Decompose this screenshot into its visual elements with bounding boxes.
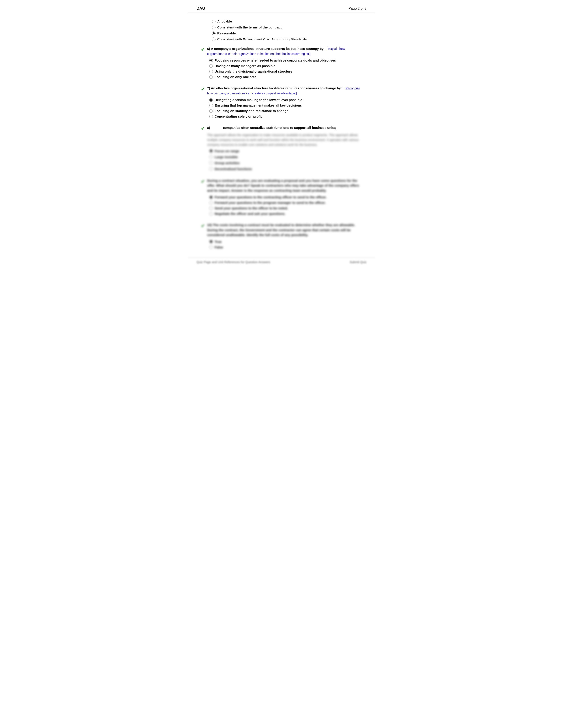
option-label-allocable: Allocable	[217, 19, 232, 23]
correct-check-icon: ✔	[201, 47, 205, 53]
radio-q6-d[interactable]	[209, 75, 213, 79]
list-item[interactable]: Delegating decision making to the lowest…	[209, 98, 362, 102]
list-item[interactable]: Consistent with the terms of the contrac…	[212, 25, 362, 29]
option-label-q7-d: Concentrating solely on profit	[214, 114, 261, 118]
option-label-q6-b: Having as many managers as possible	[214, 64, 275, 68]
list-item: Send your questions to the officer to be…	[209, 206, 362, 210]
question-9-text: During a contract situation, you are eva…	[207, 178, 362, 193]
bottom-left-text: Quiz Page and Unit References for Questi…	[196, 260, 270, 264]
radio-q9-b	[209, 201, 213, 205]
list-item[interactable]: Using only the divisional organizational…	[209, 69, 362, 73]
radio-consistent-terms[interactable]	[212, 26, 215, 29]
option-label-reasonable: Reasonable	[217, 31, 236, 35]
option-label-q9-d: Negotiate the officer and ask your quest…	[214, 212, 286, 216]
question-8-number: 8) companies often centralize staff func…	[207, 126, 336, 129]
radio-q8-c	[209, 161, 213, 165]
brand-logo: DAU	[196, 6, 205, 11]
radio-allocable[interactable]	[212, 20, 215, 23]
list-item[interactable]: Ensuring that top management makes all k…	[209, 103, 362, 107]
page-number: Page 2 of 3	[349, 7, 367, 11]
option-label-q8-c: Group activities	[214, 161, 239, 165]
radio-q9-a	[209, 195, 213, 199]
option-label-q9-c: Send your questions to the officer to be…	[214, 206, 288, 210]
option-label-q7-a: Delegating decision making to the lowest…	[214, 98, 302, 102]
question-8-blurred-body: This approach allows the organization to…	[207, 133, 362, 147]
question-6-content: 6) A company's organizational structure …	[207, 46, 362, 81]
list-item[interactable]: Allocable	[212, 19, 362, 23]
question-6-number: 6) A company's organizational structure …	[207, 47, 327, 51]
main-content: Allocable Consistent with the terms of t…	[188, 19, 375, 251]
correct-check-icon-8: ✔	[201, 126, 205, 131]
option-label-consistent-terms: Consistent with the terms of the contrac…	[217, 25, 282, 29]
question-7-content: 7) An effective organizational structure…	[207, 86, 362, 120]
option-label-q6-d: Focusing on only one area	[214, 75, 256, 79]
question-6-block: ✔ 6) A company's organizational structur…	[201, 46, 362, 81]
radio-q8-d	[209, 167, 213, 171]
question-10-options: True False	[209, 240, 362, 249]
radio-q7-b[interactable]	[209, 104, 213, 107]
option-label-q9-b: Forward your questions to the program ma…	[214, 201, 326, 205]
option-label-q6-c: Using only the divisional organizational…	[214, 69, 292, 73]
question-8-block: ✔ 8) companies often centralize staff fu…	[201, 125, 362, 173]
option-label-q8-d: Decentralized functions	[214, 167, 252, 171]
question-7-text: 7) An effective organizational structure…	[207, 86, 362, 96]
radio-q10-false	[209, 245, 213, 249]
list-item[interactable]: Focusing resources where needed to achie…	[209, 58, 362, 62]
question-6-options: Focusing resources where needed to achie…	[209, 58, 362, 79]
question-10-content: 10) The costs involving a contract must …	[207, 223, 362, 251]
question-7-number: 7) An effective organizational structure…	[207, 86, 344, 90]
list-item: True	[209, 240, 362, 244]
list-item[interactable]: Having as many managers as possible	[209, 64, 362, 68]
option-label-q9-a: Forward your questions to the contractin…	[214, 195, 327, 199]
list-item[interactable]: Focusing on stability and resistance to …	[209, 109, 362, 113]
list-item: Focus on range	[209, 149, 362, 153]
list-item: Decentralized functions	[209, 167, 362, 171]
radio-q7-d[interactable]	[209, 115, 213, 118]
list-item[interactable]: Consistent with Government Cost Accounti…	[212, 37, 362, 41]
radio-q6-a[interactable]	[209, 59, 213, 62]
correct-check-icon-9: ✔	[201, 179, 205, 184]
question-9-content: During a contract situation, you are eva…	[207, 178, 362, 218]
question-9-block: ✔ During a contract situation, you are e…	[201, 178, 362, 218]
radio-q10-true	[209, 240, 213, 243]
question-6-text: 6) A company's organizational structure …	[207, 46, 362, 56]
option-label-q7-b: Ensuring that top management makes all k…	[214, 103, 302, 107]
radio-consistent-gov[interactable]	[212, 38, 215, 41]
radio-q8-b	[209, 155, 213, 159]
radio-q6-b[interactable]	[209, 64, 213, 68]
radio-q9-d	[209, 212, 213, 216]
question-7-block: ✔ 7) An effective organizational structu…	[201, 86, 362, 120]
bottom-bar: Quiz Page and Unit References for Questi…	[188, 257, 375, 266]
option-label-q7-c: Focusing on stability and resistance to …	[214, 109, 289, 113]
question-10-block: ✔ 10) The costs involving a contract mus…	[201, 223, 362, 251]
bottom-right-text: Submit Quiz	[350, 260, 367, 264]
radio-q9-c	[209, 206, 213, 210]
question-8-content: 8) companies often centralize staff func…	[207, 125, 362, 173]
list-item: Forward your questions to the program ma…	[209, 201, 362, 205]
list-item: Forward your questions to the contractin…	[209, 195, 362, 199]
radio-q6-c[interactable]	[209, 70, 213, 73]
correct-check-icon-10: ✔	[201, 223, 205, 229]
list-item[interactable]: Focusing on only one area	[209, 75, 362, 79]
question-9-options: Forward your questions to the contractin…	[209, 195, 362, 216]
correct-check-icon-7: ✔	[201, 86, 205, 92]
option-label-q8-b: Large invisible	[214, 155, 238, 159]
question-10-text: 10) The costs involving a contract must …	[207, 223, 362, 238]
radio-q8-a	[209, 149, 213, 153]
radio-reasonable[interactable]	[212, 32, 215, 35]
option-label-q10-true: True	[214, 240, 222, 244]
list-item[interactable]: Concentrating solely on profit	[209, 114, 362, 118]
list-item[interactable]: Reasonable	[212, 31, 362, 35]
list-item: Large invisible	[209, 155, 362, 159]
radio-q7-a[interactable]	[209, 98, 213, 102]
page-header: DAU Page 2 of 3	[188, 4, 375, 13]
option-label-q10-false: False	[214, 245, 223, 249]
top-options-group: Allocable Consistent with the terms of t…	[212, 19, 362, 41]
option-label-q8-a: Focus on range	[214, 149, 239, 153]
option-label-q6-a: Focusing resources where needed to achie…	[214, 58, 336, 62]
list-item: False	[209, 245, 362, 249]
radio-q7-c[interactable]	[209, 109, 213, 113]
list-item: Negotiate the officer and ask your quest…	[209, 212, 362, 216]
list-item: Group activities	[209, 161, 362, 165]
question-8-blurred-options: Focus on range Large invisible Group act…	[209, 149, 362, 171]
